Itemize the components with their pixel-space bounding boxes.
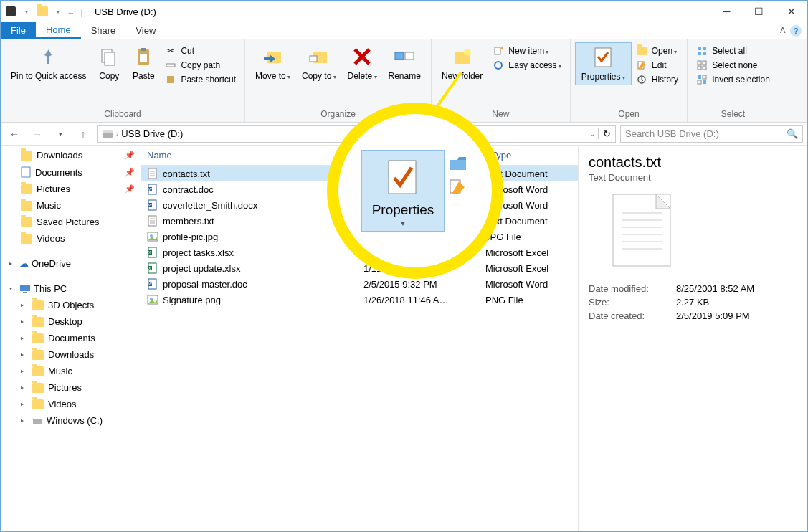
nav-saved-pictures[interactable]: Saved Pictures xyxy=(1,214,141,230)
collapse-icon[interactable]: ▾ xyxy=(9,285,16,292)
nav-windows-c[interactable]: ▸Windows (C:) xyxy=(1,412,141,429)
qat-dropdown-icon[interactable]: ▾ xyxy=(52,6,64,17)
nav-downloads[interactable]: Downloads📌 xyxy=(1,147,141,163)
pin-to-quick-access-button[interactable]: Pin to Quick access xyxy=(5,42,92,84)
search-input[interactable]: Search USB Drive (D:) 🔍 xyxy=(620,125,803,143)
pin-icon: 📌 xyxy=(125,168,135,177)
svg-rect-25 xyxy=(698,61,701,65)
up-button[interactable]: ↑ xyxy=(74,125,92,143)
svg-rect-73 xyxy=(389,161,416,194)
svg-rect-24 xyxy=(703,52,706,55)
forward-button[interactable]: → xyxy=(28,125,47,143)
navigation-pane[interactable]: Downloads📌 Documents📌 Pictures📌 Music Sa… xyxy=(1,146,141,531)
file-icon: W xyxy=(147,184,158,195)
delete-icon xyxy=(351,45,374,68)
copy-path-button[interactable]: Copy path xyxy=(161,58,240,72)
expand-icon[interactable]: ▸ xyxy=(9,260,16,267)
nav-videos-2[interactable]: ▸Videos xyxy=(1,396,141,412)
svg-text:W: W xyxy=(148,282,152,286)
svg-rect-29 xyxy=(698,75,701,79)
nav-downloads-2[interactable]: ▸Downloads xyxy=(1,346,141,363)
qat-dropdown-icon[interactable]: ▾ xyxy=(21,6,32,17)
new-folder-button[interactable]: New folder xyxy=(436,42,488,84)
details-filename: contacts.txt xyxy=(589,154,797,171)
close-button[interactable]: ✕ xyxy=(775,1,807,22)
svg-rect-22 xyxy=(703,47,706,50)
delete-button[interactable]: Delete xyxy=(342,42,383,84)
nav-pictures[interactable]: Pictures📌 xyxy=(1,181,141,197)
pin-icon: 📌 xyxy=(125,184,135,194)
copy-to-button[interactable]: Copy to xyxy=(296,42,342,84)
properties-button[interactable]: Properties xyxy=(575,42,632,85)
file-icon xyxy=(147,294,158,305)
nav-music-2[interactable]: ▸Music xyxy=(1,363,141,379)
shortcut-icon xyxy=(165,74,176,85)
invert-selection-button[interactable]: Invert selection xyxy=(692,72,774,87)
history-button[interactable]: History xyxy=(632,72,683,87)
file-icon xyxy=(147,168,158,179)
file-row[interactable]: Xproject update.xlsx1/11/2019 6:20 PMMic… xyxy=(141,260,578,276)
scissors-icon: ✂ xyxy=(165,45,176,57)
pin-icon xyxy=(37,45,60,68)
easy-access-button[interactable]: Easy access xyxy=(488,58,566,72)
svg-rect-4 xyxy=(141,48,146,51)
paste-shortcut-button[interactable]: Paste shortcut xyxy=(161,72,240,87)
move-to-button[interactable]: Move to xyxy=(249,42,296,84)
svg-rect-12 xyxy=(405,52,414,60)
rename-button[interactable]: Rename xyxy=(383,42,427,84)
minimize-button[interactable]: ─ xyxy=(710,1,743,22)
tab-view[interactable]: View xyxy=(125,22,166,39)
svg-rect-32 xyxy=(703,80,706,84)
new-item-button[interactable]: ✦New item xyxy=(488,44,566,58)
nav-music[interactable]: Music xyxy=(1,197,141,214)
file-row[interactable]: Signature.png1/26/2018 11:46 A…PNG File xyxy=(141,292,578,308)
column-name[interactable]: Name xyxy=(141,146,363,165)
copy-to-icon xyxy=(308,45,331,68)
svg-rect-36 xyxy=(20,285,30,291)
refresh-button[interactable]: ↻ xyxy=(598,128,611,139)
file-name: project tasks.xlsx xyxy=(163,247,234,258)
group-label-clipboard: Clipboard xyxy=(5,108,240,120)
select-all-button[interactable]: Select all xyxy=(692,44,774,58)
nav-pictures-2[interactable]: ▸Pictures xyxy=(1,379,141,396)
paste-button[interactable]: Paste xyxy=(126,42,161,84)
window-title: USB Drive (D:) xyxy=(95,6,156,17)
rename-icon xyxy=(393,45,416,68)
file-type: JPG File xyxy=(485,232,578,242)
svg-rect-21 xyxy=(698,47,701,50)
nav-onedrive[interactable]: ▸☁OneDrive xyxy=(1,255,141,272)
nav-this-pc[interactable]: ▾This PC xyxy=(1,280,141,297)
collapse-ribbon-icon[interactable]: ᐱ xyxy=(780,26,786,35)
column-type[interactable]: Type xyxy=(485,146,578,165)
nav-videos[interactable]: Videos xyxy=(1,230,141,247)
callout-magnifier: Properties ▾ xyxy=(327,103,503,279)
svg-rect-38 xyxy=(33,419,42,424)
tab-file[interactable]: File xyxy=(1,22,36,39)
edit-button[interactable]: Edit xyxy=(632,58,683,72)
tab-share[interactable]: Share xyxy=(81,22,126,39)
callout-properties-button: Properties ▾ xyxy=(361,150,445,232)
svg-rect-2 xyxy=(105,52,115,65)
breadcrumb[interactable]: USB Drive (D:) xyxy=(121,128,183,139)
back-button[interactable]: ← xyxy=(5,125,24,143)
nav-documents-2[interactable]: ▸Documents xyxy=(1,330,141,346)
ribbon-tabs: File Home Share View ᐱ ? xyxy=(1,22,807,39)
document-icon xyxy=(21,166,31,178)
nav-documents[interactable]: Documents📌 xyxy=(1,163,141,181)
file-type: Microsoft Excel xyxy=(485,263,578,274)
select-none-button[interactable]: Select none xyxy=(692,58,774,72)
properties-icon xyxy=(386,158,420,198)
open-button[interactable]: Open xyxy=(632,44,683,58)
nav-3d-objects[interactable]: ▸3D Objects xyxy=(1,297,141,313)
open-icon xyxy=(449,156,469,173)
help-icon[interactable]: ? xyxy=(790,25,802,37)
file-date: 2/5/2015 9:32 PM xyxy=(363,279,485,290)
maximize-button[interactable]: ☐ xyxy=(743,1,775,22)
recent-locations-button[interactable]: ▾ xyxy=(51,125,70,143)
cut-button[interactable]: ✂Cut xyxy=(161,44,240,58)
address-dropdown-icon[interactable]: ⌄ xyxy=(589,130,595,138)
nav-desktop[interactable]: ▸Desktop xyxy=(1,313,141,330)
copy-button[interactable]: Copy xyxy=(92,42,126,84)
file-row[interactable]: Wproposal-master.doc2/5/2015 9:32 PMMicr… xyxy=(141,276,578,292)
tab-home[interactable]: Home xyxy=(36,22,81,39)
